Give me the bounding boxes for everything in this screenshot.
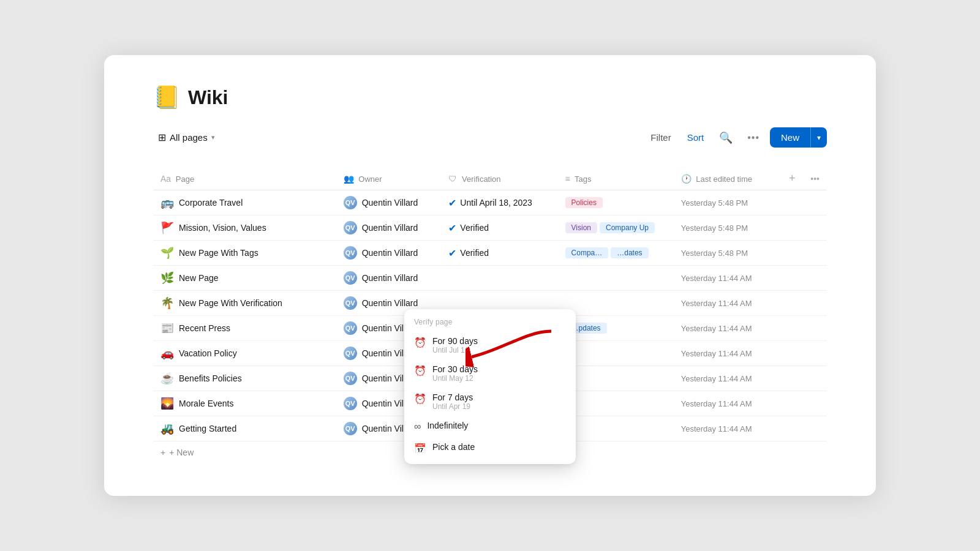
dropdown-item-sub: Until May 12 xyxy=(432,374,478,383)
row-verification: ✔Verified xyxy=(448,222,550,234)
col-header-page: Aa Page xyxy=(153,167,336,190)
verification-text: Verified xyxy=(460,248,489,258)
row-emoji: 📰 xyxy=(160,321,174,335)
row-page-name: Getting Started xyxy=(179,424,236,433)
row-page-name: Morale Events xyxy=(179,399,233,408)
table-row[interactable]: 🚌Corporate TravelQVQuentin Villard✔Until… xyxy=(153,190,827,216)
chevron-down-icon: ▾ xyxy=(211,133,215,141)
wiki-window: 📒 Wiki ⊞ All pages ▾ Filter Sort 🔍 ••• N… xyxy=(104,55,876,496)
dropdown-item-sub: Until Jul 11 xyxy=(432,346,478,354)
row-emoji: 🌱 xyxy=(160,246,174,260)
dropdown-item-content: For 7 days Until Apr 19 xyxy=(432,392,473,411)
row-page-name: New Page With Tags xyxy=(179,248,258,258)
avatar: QV xyxy=(344,296,357,310)
row-more xyxy=(803,391,827,416)
row-emoji: 🚌 xyxy=(160,196,174,209)
new-button-group: New ▾ xyxy=(770,127,827,148)
row-emoji: 🌄 xyxy=(160,397,174,410)
row-time: Yesterday 11:44 AM xyxy=(674,291,782,316)
row-time: Yesterday 11:44 AM xyxy=(674,416,782,441)
col-header-add[interactable]: + xyxy=(781,167,803,190)
avatar: QV xyxy=(344,221,357,234)
verified-icon: ✔ xyxy=(448,197,456,209)
row-owner: QVQuentin Villard xyxy=(344,271,434,285)
row-emoji: 🚩 xyxy=(160,221,174,234)
all-pages-button[interactable]: ⊞ All pages ▾ xyxy=(153,128,220,147)
row-add xyxy=(781,241,803,266)
new-caret-button[interactable]: ▾ xyxy=(810,127,827,148)
row-more xyxy=(803,316,827,341)
dropdown-item[interactable]: ⏰ For 90 days Until Jul 11 xyxy=(404,331,576,359)
row-tags: Compa……dates xyxy=(565,247,666,258)
all-pages-label: All pages xyxy=(170,132,208,143)
owner-name: Quentin Villard xyxy=(362,198,418,208)
col-header-verification: 🛡 Verification xyxy=(441,167,557,190)
new-main-button[interactable]: New xyxy=(770,127,810,148)
avatar: QV xyxy=(344,196,357,209)
row-emoji: 🌿 xyxy=(160,271,174,285)
dropdown-item-icon: ⏰ xyxy=(414,337,426,348)
dropdown-item-icon: ∞ xyxy=(414,421,421,432)
dropdown-item-icon: 📅 xyxy=(414,443,426,454)
row-add xyxy=(781,391,803,416)
row-add xyxy=(781,366,803,391)
owner-name: Quentin Villard xyxy=(362,298,418,308)
dropdown-item-label: For 90 days xyxy=(432,336,478,346)
row-time: Yesterday 11:44 AM xyxy=(674,391,782,416)
table-row[interactable]: 🚩Mission, Vision, ValuesQVQuentin Villar… xyxy=(153,216,827,241)
row-page-name: New Page xyxy=(179,273,219,283)
dropdown-item-label: Indefinitely xyxy=(427,421,468,430)
dropdown-item-content: For 30 days Until May 12 xyxy=(432,364,478,383)
search-button[interactable]: 🔍 xyxy=(715,128,737,148)
dropdown-item[interactable]: 📅 Pick a date xyxy=(404,437,576,459)
row-time: Yesterday 5:48 PM xyxy=(674,241,782,266)
avatar: QV xyxy=(344,397,357,410)
row-time: Yesterday 11:44 AM xyxy=(674,266,782,291)
row-page-name: Mission, Vision, Values xyxy=(179,223,266,233)
dropdown-item-content: Pick a date xyxy=(432,442,475,452)
row-more xyxy=(803,190,827,216)
row-more xyxy=(803,241,827,266)
dropdown-item-icon: ⏰ xyxy=(414,393,426,405)
wiki-title-area: 📒 Wiki xyxy=(153,84,827,110)
dropdown-item-content: For 90 days Until Jul 11 xyxy=(432,336,478,354)
dropdown-item[interactable]: ∞ Indefinitely xyxy=(404,416,576,437)
dropdown-item[interactable]: ⏰ For 30 days Until May 12 xyxy=(404,359,576,388)
col-header-tags: ≡ Tags xyxy=(558,167,674,190)
verify-dropdown: Verify page ⏰ For 90 days Until Jul 11 ⏰… xyxy=(404,309,576,464)
dropdown-item-label: For 7 days xyxy=(432,392,473,402)
row-add xyxy=(781,341,803,366)
row-page-name: Recent Press xyxy=(179,323,230,333)
row-emoji: 🌴 xyxy=(160,296,174,310)
row-owner: QVQuentin Villard xyxy=(344,196,434,209)
list-icon: ≡ xyxy=(565,174,570,184)
owner-name: Quentin Villard xyxy=(362,223,418,233)
text-icon: Aa xyxy=(160,174,171,184)
row-emoji: ☕ xyxy=(160,372,174,385)
filter-button[interactable]: Filter xyxy=(646,129,676,146)
dropdown-item[interactable]: ⏰ For 7 days Until Apr 19 xyxy=(404,388,576,416)
table-container: Aa Page 👥 Owner 🛡 Verification ≡ Tags xyxy=(104,167,876,463)
row-add xyxy=(781,291,803,316)
more-options-button[interactable]: ••• xyxy=(743,129,764,146)
table-row[interactable]: 🌱New Page With TagsQVQuentin Villard✔Ver… xyxy=(153,241,827,266)
dropdown-header: Verify page xyxy=(404,314,576,331)
tag: …dates xyxy=(611,247,648,258)
row-time: Yesterday 5:48 PM xyxy=(674,216,782,241)
sort-button[interactable]: Sort xyxy=(682,129,709,146)
col-header-more[interactable]: ••• xyxy=(803,167,827,190)
table-row[interactable]: 🌿New PageQVQuentin VillardYesterday 11:4… xyxy=(153,266,827,291)
shield-icon: 🛡 xyxy=(448,174,457,184)
dropdown-item-sub: Until Apr 19 xyxy=(432,402,473,411)
row-tags: VisionCompany Up xyxy=(565,222,666,233)
clock-icon: 🕐 xyxy=(681,174,692,184)
dropdown-item-label: Pick a date xyxy=(432,442,475,452)
toolbar: ⊞ All pages ▾ Filter Sort 🔍 ••• New ▾ xyxy=(153,127,827,155)
row-page-name: Benefits Policies xyxy=(179,373,242,383)
row-more xyxy=(803,366,827,391)
verification-text: Verified xyxy=(460,223,489,233)
row-more xyxy=(803,216,827,241)
avatar: QV xyxy=(344,372,357,385)
header: 📒 Wiki ⊞ All pages ▾ Filter Sort 🔍 ••• N… xyxy=(104,55,876,167)
avatar: QV xyxy=(344,347,357,360)
